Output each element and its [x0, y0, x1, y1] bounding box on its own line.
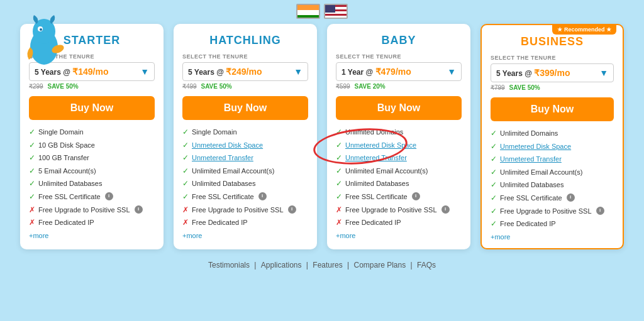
- feature-item: ✓Unmetered Transfer: [182, 153, 308, 163]
- feat-link[interactable]: Unmetered Transfer: [192, 153, 253, 162]
- tenure-label-business: SELECT THE TENURE: [491, 55, 614, 61]
- feat-text: Free SSL Certificate: [192, 192, 254, 201]
- check-icon: ✓: [336, 192, 342, 202]
- save-info-baby: ₹599 SAVE 20%: [336, 83, 462, 90]
- footer-link-compare-plans[interactable]: Compare Plans: [353, 261, 406, 269]
- buy-button-baby[interactable]: Buy Now: [336, 96, 462, 120]
- footer-link-faqs[interactable]: FAQs: [417, 261, 436, 269]
- feature-item: ✓Free SSL Certificatei: [336, 192, 462, 202]
- feat-text: Free Dedicated IP: [345, 218, 401, 227]
- check-icon: ✓: [491, 207, 497, 217]
- features-list-hatchling: ✓Single Domain✓Unmetered Disk Space✓Unme…: [182, 128, 308, 228]
- more-link-business[interactable]: +more: [491, 233, 614, 241]
- feature-item: ✓5 Email Account(s): [29, 166, 155, 177]
- feature-item: ✓Unmetered Disk Space: [336, 141, 462, 151]
- chevron-icon-business: ▼: [599, 68, 608, 78]
- feat-text: Free SSL Certificate: [345, 192, 408, 201]
- info-icon[interactable]: i: [288, 205, 296, 214]
- feature-item: ✓Free SSL Certificatei: [182, 192, 308, 202]
- feat-link[interactable]: Unmetered Disk Space: [345, 141, 416, 150]
- original-price-business: ₹799: [491, 84, 505, 91]
- feat-text: 10 GB Disk Space: [38, 141, 95, 150]
- check-icon: ✓: [491, 193, 497, 204]
- feature-item: ✗Free Upgrade to Positive SSLi: [336, 205, 462, 215]
- buy-button-business[interactable]: Buy Now: [491, 97, 614, 121]
- check-icon: ✓: [491, 129, 497, 139]
- info-icon[interactable]: i: [135, 205, 143, 214]
- feat-text: Unlimited Databases: [500, 180, 564, 189]
- plan-card-baby: BABYSELECT THE TENURE 1 Year @ ₹479/mo ▼…: [327, 24, 470, 249]
- feature-item: ✓100 GB Transfer: [29, 153, 155, 163]
- features-list-baby: ✓Unlimited Domains✓Unmetered Disk Space✓…: [336, 128, 462, 228]
- feature-item: ✓Free Upgrade to Positive SSLi: [491, 207, 614, 217]
- chevron-icon-baby: ▼: [447, 67, 456, 77]
- buy-button-hatchling[interactable]: Buy Now: [182, 96, 308, 120]
- buy-button-starter[interactable]: Buy Now: [29, 96, 155, 120]
- feat-text: Unlimited Domains: [345, 128, 403, 136]
- feat-link[interactable]: Unmetered Disk Space: [500, 142, 571, 151]
- tenure-label-hatchling: SELECT THE TENURE: [182, 53, 308, 60]
- check-icon: ✓: [491, 180, 497, 190]
- feat-text: Unlimited Databases: [192, 179, 256, 188]
- more-link-hatchling[interactable]: +more: [182, 232, 308, 239]
- features-list-starter: ✓Single Domain✓10 GB Disk Space✓100 GB T…: [29, 128, 155, 228]
- info-icon[interactable]: i: [105, 192, 113, 200]
- more-link-baby[interactable]: +more: [336, 232, 462, 239]
- feat-text: Single Domain: [38, 128, 84, 136]
- save-info-business: ₹799 SAVE 50%: [491, 84, 614, 91]
- info-icon[interactable]: i: [412, 192, 420, 200]
- flag-india[interactable]: [296, 4, 320, 19]
- more-link-starter[interactable]: +more: [29, 232, 155, 239]
- check-icon: ✓: [29, 141, 35, 151]
- feature-item: ✓Unmetered Disk Space: [491, 142, 614, 152]
- feature-item: ✗Free Dedicated IP: [336, 218, 462, 228]
- info-icon[interactable]: i: [596, 207, 604, 215]
- feat-text: Free Upgrade to Positive SSL: [345, 205, 437, 214]
- feature-item: ✓Free SSL Certificatei: [29, 192, 155, 202]
- tenure-dropdown-business[interactable]: 5 Years @ ₹399/mo ▼: [491, 63, 614, 82]
- flag-usa[interactable]: [324, 4, 348, 19]
- cross-icon: ✗: [29, 218, 35, 228]
- footer-separator: |: [252, 261, 258, 269]
- recommended-badge: ★ Recommended ★: [552, 24, 616, 35]
- check-icon: ✓: [29, 192, 35, 202]
- svg-point-3: [40, 28, 42, 31]
- feature-item: ✗Free Dedicated IP: [29, 218, 155, 228]
- chevron-icon-starter: ▼: [140, 67, 149, 77]
- feat-link[interactable]: Unmetered Transfer: [500, 155, 562, 163]
- tenure-price-baby: 1 Year @ ₹479/mo: [341, 67, 411, 77]
- feat-link[interactable]: Unmetered Transfer: [345, 153, 407, 162]
- feature-item: ✗Free Upgrade to Positive SSLi: [29, 205, 155, 215]
- save-text-baby: SAVE 20%: [354, 83, 385, 90]
- check-icon: ✓: [182, 153, 189, 163]
- tenure-dropdown-hatchling[interactable]: 5 Years @ ₹249/mo ▼: [182, 62, 308, 81]
- check-icon: ✓: [491, 219, 497, 229]
- plan-card-hatchling: HATCHLINGSELECT THE TENURE 5 Years @ ₹24…: [174, 24, 317, 249]
- feature-item: ✓Free SSL Certificatei: [491, 193, 614, 204]
- save-text-hatchling: SAVE 50%: [201, 83, 231, 90]
- feat-text: Unlimited Domains: [500, 129, 558, 138]
- feat-link[interactable]: Unmetered Disk Space: [192, 141, 263, 150]
- footer-link-applications[interactable]: Applications: [261, 261, 302, 269]
- check-icon: ✓: [182, 179, 189, 189]
- info-icon[interactable]: i: [258, 192, 267, 200]
- footer-link-features[interactable]: Features: [313, 261, 342, 269]
- top-bar: [0, 0, 644, 21]
- info-icon[interactable]: i: [441, 205, 450, 214]
- feat-text: Single Domain: [192, 128, 237, 136]
- tenure-dropdown-baby[interactable]: 1 Year @ ₹479/mo ▼: [336, 62, 462, 81]
- cross-icon: ✗: [29, 205, 35, 215]
- plan-name-hatchling: HATCHLING: [182, 34, 308, 47]
- check-icon: ✓: [336, 128, 342, 138]
- tenure-price-hatchling: 5 Years @ ₹249/mo: [188, 67, 262, 77]
- features-list-business: ✓Unlimited Domains✓Unmetered Disk Space✓…: [491, 129, 614, 229]
- feature-item: ✓Unlimited Databases: [29, 179, 155, 189]
- save-text-starter: SAVE 50%: [47, 83, 78, 90]
- feature-item: ✓Free Dedicated IP: [491, 219, 614, 229]
- footer-link-testimonials[interactable]: Testimonials: [208, 261, 250, 269]
- info-icon[interactable]: i: [567, 193, 575, 202]
- feature-item: ✓Unlimited Databases: [336, 179, 462, 189]
- plans-grid: STARTERSELECT THE TENURE 5 Years @ ₹149/…: [20, 24, 624, 249]
- cross-icon: ✗: [182, 205, 189, 215]
- tenure-price-business: 5 Years @ ₹399/mo: [496, 68, 570, 78]
